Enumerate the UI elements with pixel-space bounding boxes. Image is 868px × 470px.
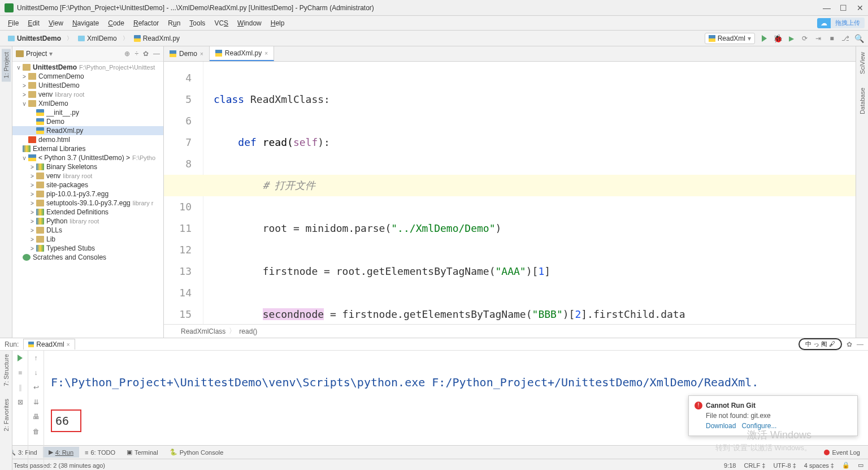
code-editor[interactable]: 456789101112131415 class ReadXmlClass: d… xyxy=(164,62,856,324)
tree-item[interactable]: Demo xyxy=(12,117,163,126)
python-file-icon xyxy=(28,342,34,347)
close-button[interactable]: ✕ xyxy=(857,5,863,11)
coverage-button[interactable]: ▶ xyxy=(787,34,796,43)
run-button[interactable] xyxy=(760,34,769,43)
tree-item[interactable]: vXmlDemo xyxy=(12,99,163,108)
crumb-folder[interactable]: XmlDemo xyxy=(75,33,120,44)
tree-item[interactable]: >Typeshed Stubs xyxy=(12,244,163,253)
stop-button[interactable]: ■ xyxy=(827,34,836,43)
maximize-button[interactable]: ☐ xyxy=(840,5,847,11)
editor-area: Demo× ReadXml.py× 456789101112131415 cla… xyxy=(164,46,856,338)
navbar: UnittestDemo 〉 XmlDemo 〉 ReadXml.py Read… xyxy=(0,31,868,46)
menu-navigate[interactable]: Navigate xyxy=(68,18,103,29)
editor-tab-demo[interactable]: Demo× xyxy=(164,46,210,61)
titlebar: UnittestDemo [F:\Python_Project+\Unittes… xyxy=(0,0,868,16)
tree-item[interactable]: >setuptools-39.1.0-py3.7.egglibrary r xyxy=(12,199,163,208)
tree-item[interactable]: >venvlibrary root xyxy=(12,90,163,99)
python-file-icon xyxy=(134,35,141,42)
print-icon[interactable]: 🖶 xyxy=(31,412,41,422)
stripe-database[interactable]: Database xyxy=(858,84,867,118)
exit-button[interactable]: ⊠ xyxy=(15,397,25,407)
tree-item[interactable]: demo.html xyxy=(12,135,163,144)
popup-msg: File not found: git.exe xyxy=(706,412,852,420)
stripe-sciview[interactable]: SciView xyxy=(858,49,867,77)
menu-vcs[interactable]: VCS xyxy=(210,18,233,29)
menu-refactor[interactable]: Refactor xyxy=(129,18,163,29)
tree-item[interactable]: >Pythonlibrary root xyxy=(12,217,163,226)
crumb-class[interactable]: ReadXmlClass xyxy=(181,327,225,335)
tree-root[interactable]: v UnittestDemoF:\Python_Project+\Unittes… xyxy=(12,63,163,72)
tree-item[interactable]: >UnittestDemo xyxy=(12,81,163,90)
crumb-file[interactable]: ReadXml.py xyxy=(131,33,183,44)
close-icon[interactable]: × xyxy=(200,51,203,57)
run-config-selector[interactable]: ReadXml ▾ xyxy=(705,33,755,44)
pycharm-icon xyxy=(5,3,14,12)
close-icon[interactable]: × xyxy=(264,50,268,57)
stop-button[interactable]: ■ xyxy=(15,368,25,378)
folder-icon xyxy=(8,36,15,41)
project-header-label: Project ▾ xyxy=(26,50,122,58)
folder-icon xyxy=(78,36,85,41)
tree-item[interactable]: >site-packages xyxy=(12,180,163,189)
menu-edit[interactable]: Edit xyxy=(23,18,44,29)
tree-item[interactable]: >pip-10.0.1-py3.7.egg xyxy=(12,189,163,199)
python-file-icon xyxy=(709,35,715,42)
cloud-icon: ☁ xyxy=(817,18,831,28)
code-text[interactable]: class ReadXmlClass: def read(self): # 打开… xyxy=(203,62,856,324)
tree-item[interactable]: >Extended Definitions xyxy=(12,208,163,217)
tree-item[interactable]: >venvlibrary root xyxy=(12,171,163,180)
tree-scratches[interactable]: Scratches and Consoles xyxy=(12,253,163,262)
wrap-icon[interactable]: ↩ xyxy=(31,382,41,393)
profile-button[interactable]: ⟳ xyxy=(800,34,809,43)
crumb-root[interactable]: UnittestDemo xyxy=(5,33,64,44)
tree-item[interactable]: >Lib xyxy=(12,235,163,244)
run-tab[interactable]: ReadXml× xyxy=(23,339,75,350)
down-icon[interactable]: ↓ xyxy=(31,368,41,378)
gear-icon[interactable]: ✿ xyxy=(847,340,852,348)
hide-icon[interactable]: — xyxy=(857,340,863,348)
stripe-project[interactable]: 1: Project xyxy=(2,49,11,81)
up-icon[interactable]: ↑ xyxy=(31,353,41,363)
crumb-fn[interactable]: read() xyxy=(239,327,257,335)
tree-item[interactable]: >DLLs xyxy=(12,226,163,235)
tree-item[interactable]: >CommenDemo xyxy=(12,72,163,81)
configure-link[interactable]: Configure... xyxy=(741,422,776,430)
target-icon[interactable]: ⊕ xyxy=(124,50,130,58)
trash-icon[interactable]: 🗑 xyxy=(31,426,41,437)
minimize-button[interactable]: — xyxy=(823,5,830,11)
breadcrumbs: UnittestDemo 〉 XmlDemo 〉 ReadXml.py xyxy=(5,33,705,44)
download-link[interactable]: Download xyxy=(706,422,736,430)
debug-button[interactable]: 🐞 xyxy=(773,34,782,43)
menu-file[interactable]: File xyxy=(3,18,23,29)
attach-button[interactable]: ⇥ xyxy=(814,34,823,43)
collapse-icon[interactable]: ÷ xyxy=(134,50,138,58)
menu-help[interactable]: Help xyxy=(266,18,289,29)
tree-python[interactable]: v < Python 3.7 (UnittestDemo) >F:\Pytho xyxy=(12,153,163,162)
vcs-button[interactable]: ⎇ xyxy=(841,34,850,43)
rerun-button[interactable] xyxy=(15,353,25,363)
tree-item[interactable]: __init__.py xyxy=(12,108,163,117)
upload-label: 拖拽上传 xyxy=(831,18,865,28)
upload-widget[interactable]: ☁ 拖拽上传 xyxy=(817,18,865,28)
project-panel: Project ▾ ⊕ ÷ ✿ — v UnittestDemoF:\Pytho… xyxy=(12,46,164,338)
menu-view[interactable]: View xyxy=(44,18,68,29)
gear-icon[interactable]: ✿ xyxy=(143,50,149,58)
editor-breadcrumb: ReadXmlClass 〉 read() xyxy=(164,324,856,338)
hide-icon[interactable]: — xyxy=(153,50,160,58)
toolbar: ReadXml ▾ 🐞 ▶ ⟳ ⇥ ■ ⎇ 🔍 xyxy=(705,33,863,44)
pause-button[interactable]: ‖ xyxy=(15,382,25,393)
scroll-icon[interactable]: ⇊ xyxy=(31,397,41,407)
menu-window[interactable]: Window xyxy=(233,18,266,29)
tree-ext-lib[interactable]: External Libraries xyxy=(12,144,163,153)
folder-icon xyxy=(16,50,24,57)
menu-code[interactable]: Code xyxy=(103,18,129,29)
search-button[interactable]: 🔍 xyxy=(854,34,863,43)
tree-item[interactable]: ReadXml.py xyxy=(12,126,163,135)
menu-run[interactable]: Run xyxy=(163,18,185,29)
ime-pill[interactable]: 中 っ 阉 🖋 xyxy=(798,338,842,350)
tree-item[interactable]: >Binary Skeletons xyxy=(12,162,163,171)
stripe-favorites[interactable]: 2: Favorites xyxy=(2,395,11,434)
editor-tab-readxml[interactable]: ReadXml.py× xyxy=(210,46,274,61)
stripe-structure[interactable]: 7: Structure xyxy=(2,351,11,390)
menu-tools[interactable]: Tools xyxy=(185,18,210,29)
